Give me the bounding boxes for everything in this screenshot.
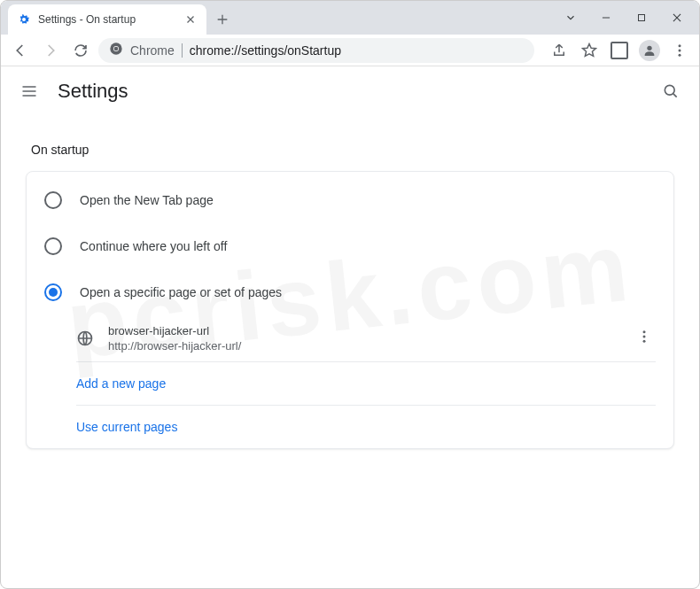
- startup-page-entry: browser-hijacker-url http://browser-hija…: [76, 315, 673, 361]
- svg-point-3: [114, 47, 119, 51]
- browser-tab[interactable]: Settings - On startup: [8, 4, 206, 35]
- window-minimize-button[interactable]: [591, 5, 621, 30]
- globe-icon: [76, 329, 94, 347]
- option-label: Open a specific page or set of pages: [80, 285, 282, 299]
- forward-button[interactable]: [38, 38, 63, 63]
- entry-kebab-icon[interactable]: [633, 325, 656, 352]
- omnibox-label: Chrome: [130, 43, 175, 58]
- reload-button[interactable]: [68, 38, 93, 63]
- svg-point-10: [643, 330, 646, 333]
- tab-title: Settings - On startup: [38, 13, 176, 26]
- window-close-button[interactable]: [662, 5, 692, 30]
- hamburger-menu-icon[interactable]: [19, 81, 40, 102]
- chrome-logo-icon: [109, 42, 123, 58]
- omnibox-url: chrome://settings/onStartup: [190, 43, 341, 58]
- site-text: browser-hijacker-url http://browser-hija…: [108, 324, 241, 353]
- svg-point-6: [679, 49, 681, 51]
- radio-icon: [44, 191, 62, 209]
- address-bar[interactable]: Chrome chrome://settings/onStartup: [98, 38, 534, 63]
- window-dropdown-icon[interactable]: [556, 5, 586, 30]
- svg-point-7: [679, 53, 681, 56]
- add-page-link[interactable]: Add a new page: [76, 362, 673, 405]
- site-name: browser-hijacker-url: [108, 324, 241, 337]
- section-heading: On startup: [31, 143, 674, 157]
- svg-point-12: [643, 340, 646, 343]
- option-label: Continue where you left off: [80, 239, 227, 253]
- search-icon[interactable]: [660, 81, 681, 102]
- svg-point-11: [643, 336, 646, 338]
- use-current-pages-link[interactable]: Use current pages: [76, 406, 673, 448]
- option-specific-pages[interactable]: Open a specific page or set of pages: [27, 269, 673, 315]
- tab-close-icon[interactable]: [183, 12, 198, 27]
- browser-toolbar: Chrome chrome://settings/onStartup: [1, 35, 699, 66]
- svg-rect-0: [639, 15, 645, 21]
- radio-selected-icon: [44, 283, 62, 301]
- settings-gear-icon: [17, 12, 31, 27]
- option-new-tab[interactable]: Open the New Tab page: [27, 177, 673, 223]
- bookmark-star-icon[interactable]: [577, 38, 602, 63]
- radio-icon: [44, 237, 62, 255]
- window-controls: [556, 1, 692, 35]
- extensions-icon[interactable]: [607, 38, 632, 63]
- kebab-menu-icon[interactable]: [667, 38, 692, 63]
- tab-bar: Settings - On startup: [1, 1, 699, 35]
- site-url: http://browser-hijacker-url/: [108, 339, 241, 353]
- omnibox-divider: [182, 43, 183, 58]
- svg-point-8: [665, 85, 674, 95]
- startup-card: Open the New Tab page Continue where you…: [26, 171, 674, 449]
- svg-point-5: [679, 44, 681, 47]
- back-button[interactable]: [8, 38, 33, 63]
- svg-point-4: [647, 45, 651, 50]
- profile-avatar[interactable]: [637, 38, 662, 63]
- new-tab-button[interactable]: [210, 7, 235, 32]
- share-icon[interactable]: [547, 38, 572, 63]
- settings-header: Settings: [1, 66, 699, 116]
- page-title: Settings: [58, 80, 128, 103]
- window-maximize-button[interactable]: [626, 5, 657, 30]
- option-label: Open the New Tab page: [80, 193, 214, 207]
- option-continue[interactable]: Continue where you left off: [27, 223, 673, 269]
- specific-pages-list: browser-hijacker-url http://browser-hija…: [27, 315, 673, 448]
- settings-content: On startup Open the New Tab page Continu…: [1, 116, 699, 449]
- toolbar-actions: [547, 38, 692, 63]
